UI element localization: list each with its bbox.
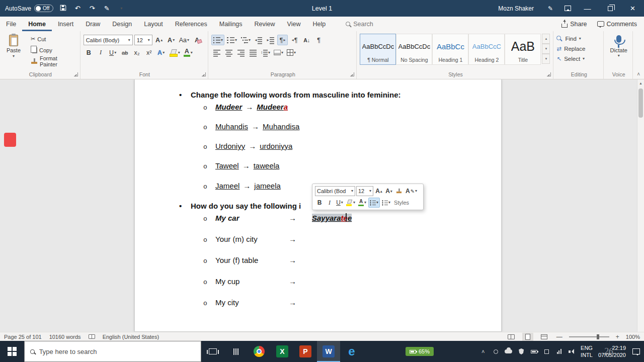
line-spacing-button[interactable]: ↕▾ — [260, 47, 271, 58]
doc-item-taweel[interactable]: oTaweel→taweela — [203, 161, 279, 170]
tab-review[interactable]: Review — [249, 17, 281, 31]
tab-layout[interactable]: Layout — [138, 17, 169, 31]
taskbar-excel[interactable]: X — [271, 341, 294, 362]
borders-button[interactable]: ▾ — [286, 47, 297, 58]
mini-font-color-button[interactable]: A▾ — [357, 198, 367, 208]
styles-dialog-launcher-icon[interactable] — [547, 72, 551, 76]
mini-styles-pen-button[interactable]: A✎▾ — [405, 186, 418, 196]
dictate-button[interactable]: Dictate ▾ — [607, 34, 630, 58]
style-no-spacing[interactable]: AaBbCcDc No Spacing — [396, 34, 432, 65]
start-button[interactable] — [0, 341, 24, 362]
font-size-combo[interactable]: 12▾ — [134, 35, 152, 45]
task-view-button[interactable] — [201, 341, 224, 362]
copy-button[interactable]: Copy — [29, 45, 78, 55]
scrollbar-thumb[interactable] — [638, 88, 643, 118]
zoom-in-button[interactable]: + — [615, 333, 620, 340]
autosave-toggle[interactable]: AutoSave Off — [5, 5, 53, 12]
find-button[interactable]: Find▾ — [556, 34, 601, 44]
zoom-slider[interactable] — [569, 336, 609, 337]
doc-item-my-car[interactable]: oMy car → Sayyaratee — [203, 214, 239, 223]
doc-item-muhandis[interactable]: oMuhandis→Muhandisa — [203, 122, 299, 131]
restore-button[interactable] — [599, 0, 621, 17]
tab-file[interactable]: File — [0, 17, 22, 31]
taskbar-word[interactable]: W — [317, 341, 340, 362]
autosave-pill[interactable]: Off — [34, 5, 53, 12]
styles-scroll-up-button[interactable]: ▴ — [542, 34, 550, 44]
taskbar-search-input[interactable] — [39, 348, 195, 355]
tab-view[interactable]: View — [281, 17, 307, 31]
subscript-button[interactable]: x₂ — [132, 47, 142, 58]
tab-insert[interactable]: Insert — [52, 17, 79, 31]
align-center-button[interactable] — [223, 47, 234, 58]
proofing-icon[interactable] — [89, 334, 95, 339]
numbering-button[interactable]: ▾ — [226, 35, 238, 45]
justify-button[interactable] — [248, 47, 258, 58]
right-to-left-text-button[interactable]: ◂¶ — [289, 35, 300, 45]
minimize-button[interactable]: — — [576, 0, 599, 17]
battery-tray-icon[interactable] — [530, 350, 537, 353]
mini-numbering-button[interactable]: ▾ — [381, 198, 391, 208]
doc-item-jameel[interactable]: oJameel→jameela — [203, 182, 281, 191]
doc-heading-1[interactable]: •Change the following words from masculi… — [179, 90, 401, 99]
styles-scroll-down-button[interactable]: ▾ — [542, 44, 550, 54]
taskbar-search[interactable] — [24, 341, 201, 362]
taskbar-powerpoint[interactable]: P — [294, 341, 317, 362]
strikethrough-button[interactable]: ab — [120, 47, 130, 58]
doc-item-mudeer[interactable]: oMudeer→Mudeera — [203, 103, 288, 112]
shading-button[interactable]: ▾ — [273, 47, 284, 58]
tray-status-icon[interactable] — [492, 349, 499, 354]
read-mode-button[interactable] — [506, 333, 517, 341]
decrease-indent-button[interactable]: ◂ — [253, 35, 264, 45]
usb-device-icon[interactable] — [543, 349, 550, 354]
taskbar-chrome[interactable] — [248, 341, 271, 362]
style-normal[interactable]: AaBbCcDc ¶ Normal — [360, 34, 396, 65]
mini-font-size-combo[interactable]: 12▾ — [356, 186, 373, 196]
grow-font-button[interactable]: A▴ — [154, 35, 165, 45]
undo-icon[interactable]: ↶ — [72, 5, 83, 12]
tab-help[interactable]: Help — [306, 17, 332, 31]
scroll-up-arrow-icon[interactable]: ▲ — [637, 79, 644, 86]
zoom-slider-thumb[interactable] — [597, 334, 599, 339]
save-icon[interactable] — [58, 5, 68, 12]
italic-button[interactable]: I — [96, 47, 106, 58]
bold-button[interactable]: B — [84, 47, 94, 58]
mini-format-painter-button[interactable] — [394, 186, 404, 196]
mini-highlight-button[interactable]: ▾ — [345, 198, 356, 208]
mini-grow-font-button[interactable]: A▴ — [374, 186, 383, 196]
sort-button[interactable]: A↓ — [301, 35, 312, 45]
close-button[interactable]: × — [621, 0, 644, 17]
language-switcher[interactable]: ENG INTL — [581, 344, 593, 359]
font-dialog-launcher-icon[interactable] — [202, 72, 206, 76]
mini-italic-button[interactable]: I — [325, 198, 334, 208]
tab-references[interactable]: References — [169, 17, 213, 31]
language-indicator[interactable]: English (United States) — [103, 334, 159, 340]
vertical-scrollbar[interactable]: ▲ — [637, 79, 644, 332]
format-painter-button[interactable]: Format Painter — [29, 56, 78, 66]
network-icon[interactable] — [555, 349, 562, 354]
security-shield-icon[interactable] — [518, 348, 525, 354]
doc-heading-2[interactable]: •How do you say the following i — [179, 202, 301, 210]
replace-button[interactable]: ⇄Replace — [556, 44, 601, 54]
tab-home[interactable]: Home — [22, 17, 52, 31]
paragraph-dialog-launcher-icon[interactable] — [350, 72, 354, 76]
increase-indent-button[interactable]: ▸ — [265, 35, 276, 45]
change-case-button[interactable]: Aa▾ — [178, 35, 190, 45]
align-right-button[interactable] — [235, 47, 246, 58]
collapse-ribbon-button[interactable]: ˄ — [633, 69, 644, 79]
ribbon-display-options-icon[interactable] — [559, 0, 576, 17]
shrink-font-button[interactable]: A▾ — [166, 35, 177, 45]
font-color-button[interactable]: A▾ — [183, 47, 194, 58]
action-center-button[interactable] — [631, 348, 640, 354]
volume-icon[interactable] — [568, 349, 575, 354]
taskbar-clock[interactable]: 22:19 07/05/2020 — [598, 344, 626, 359]
superscript-button[interactable]: x² — [144, 47, 154, 58]
styles-gallery-more-button[interactable]: ▾ — [542, 54, 550, 64]
web-layout-button[interactable] — [539, 333, 550, 341]
doc-item-my-city[interactable]: oMy city → — [203, 298, 239, 307]
clipboard-dialog-launcher-icon[interactable] — [74, 72, 78, 76]
underline-button[interactable]: U▾ — [108, 47, 118, 58]
doc-item-your-m-city[interactable]: oYour (m) city → — [203, 235, 258, 244]
text-highlight-button[interactable]: ▾ — [168, 47, 181, 58]
search-box[interactable]: Search — [346, 21, 373, 28]
doc-item-urdoniyy[interactable]: oUrdoniyy→urdoniyya — [203, 142, 292, 151]
